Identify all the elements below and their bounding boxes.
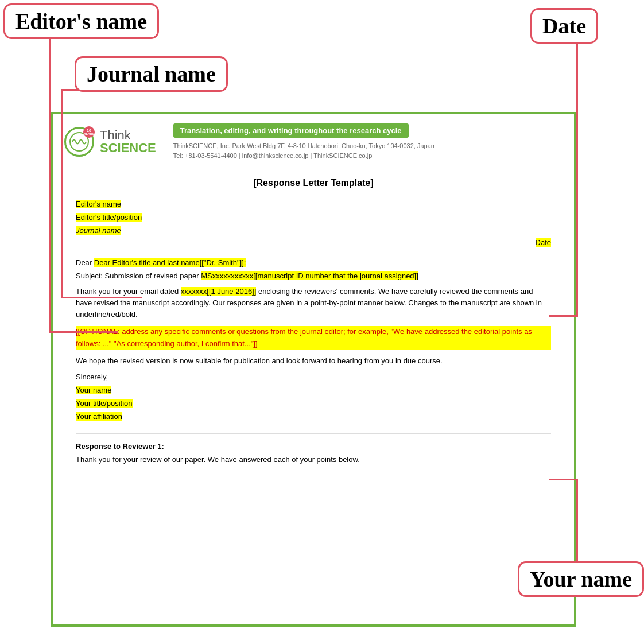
optional-block: [[OPTIONAL: address any specific comment… bbox=[76, 326, 551, 349]
ts-tagline-area: Translation, editing, and writing throug… bbox=[173, 123, 562, 160]
editors-name-label: Editor's name bbox=[3, 3, 159, 39]
yourname-bracket bbox=[576, 479, 578, 571]
letter-title: [Response Letter Template] bbox=[76, 178, 551, 188]
ts-logo-circle: 10 YEARS bbox=[64, 127, 94, 157]
date-bracket bbox=[576, 36, 578, 317]
reviewer-section: Response to Reviewer 1: Thank you for yo… bbox=[76, 433, 551, 465]
date-label: Date bbox=[530, 8, 598, 44]
editors-name-field: Editor's name bbox=[76, 199, 551, 212]
your-title-field: Your title/position bbox=[76, 398, 551, 411]
dear-line: Dear Dear Editor's title and last name[[… bbox=[76, 258, 551, 267]
journal-name-label: Journal name bbox=[75, 56, 228, 92]
editors-title-field: Editor's title/position bbox=[76, 212, 551, 225]
reviewer-title: Response to Reviewer 1: bbox=[76, 442, 551, 451]
ts-logo: 10 YEARS Think SCIENCE bbox=[64, 123, 156, 160]
ts-header: 10 YEARS Think SCIENCE Translation, edit… bbox=[53, 114, 574, 166]
your-name-label: Your name bbox=[518, 561, 644, 597]
letter-body: [Response Letter Template] Editor's name… bbox=[53, 166, 574, 477]
subject-line: Subject: Submission of revised paper MSx… bbox=[76, 271, 551, 280]
ts-tagline: Translation, editing, and writing throug… bbox=[173, 123, 409, 138]
reviewer-text: Thank you for your review of our paper. … bbox=[76, 454, 551, 465]
body-paragraph-1: Thank you for your email dated xxxxxxx[[… bbox=[76, 286, 551, 320]
dear-highlight: Dear Editor's title and last name[["Dr. … bbox=[94, 258, 246, 267]
sincerely-text: Sincerely, bbox=[76, 373, 551, 381]
journal-bracket bbox=[61, 89, 63, 298]
date-row: Date bbox=[76, 238, 551, 251]
journal-name-field: Journal name bbox=[76, 225, 551, 238]
your-name-field: Your name bbox=[76, 385, 551, 398]
editors-bracket bbox=[49, 29, 51, 333]
ts-logo-text: Think SCIENCE bbox=[100, 129, 156, 154]
ts-contact: ThinkSCIENCE, Inc. Park West Bldg 7F, 4-… bbox=[173, 141, 562, 160]
years-badge: 10 YEARS bbox=[83, 126, 95, 138]
manuscript-id: MSxxxxxxxxxxx[[manuscript ID number that… bbox=[201, 271, 418, 280]
date-highlight: xxxxxxx[[1 June 2016]] bbox=[181, 287, 257, 296]
document-container: 10 YEARS Think SCIENCE Translation, edit… bbox=[51, 112, 576, 627]
hope-paragraph: We hope the revised version is now suita… bbox=[76, 355, 551, 367]
your-affiliation-field: Your affiliation bbox=[76, 411, 551, 424]
